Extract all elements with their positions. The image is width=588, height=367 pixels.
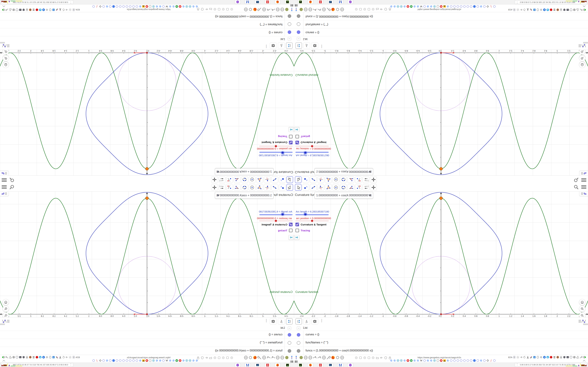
flower-favicon[interactable] xyxy=(450,359,453,362)
updown-blue-extension-icon[interactable] xyxy=(546,356,549,359)
google-favicon[interactable]: G xyxy=(159,359,162,362)
google-favicon[interactable]: G xyxy=(393,359,396,362)
arrow-right-extension-icon[interactable] xyxy=(520,8,523,11)
globe-icon[interactable] xyxy=(262,355,266,360)
reflect-tool-button[interactable] xyxy=(355,176,362,183)
globe-teal-favicon[interactable] xyxy=(397,5,399,8)
star-extension-icon[interactable] xyxy=(69,356,72,359)
line-tool-button[interactable] xyxy=(271,184,278,191)
dot-blue-favicon[interactable] xyxy=(473,359,476,362)
fx-button[interactable]: fx xyxy=(303,42,310,49)
globe-icon[interactable] xyxy=(280,7,284,12)
visibility-marble[interactable] xyxy=(288,22,291,26)
globe-icon[interactable] xyxy=(276,355,280,360)
settings-red-app-icon[interactable] xyxy=(318,0,323,4)
brush-extension-icon[interactable] xyxy=(55,356,58,359)
move-tool-button[interactable] xyxy=(295,176,302,183)
home-button[interactable] xyxy=(3,299,9,305)
ud-extension-icon[interactable]: UD xyxy=(19,8,22,11)
tracing-checkbox[interactable] xyxy=(289,229,293,232)
brush-extension-icon[interactable] xyxy=(530,356,533,359)
flower-favicon[interactable] xyxy=(483,359,486,362)
wrench-extension-icon[interactable] xyxy=(579,356,582,359)
settings-red-app-icon[interactable] xyxy=(318,363,323,367)
target-icon[interactable] xyxy=(363,8,366,11)
globe-icon[interactable] xyxy=(340,7,344,12)
slider-tool-button[interactable]: a = 2 xyxy=(219,184,225,191)
google-favicon[interactable]: G xyxy=(390,5,393,8)
play-pause-button[interactable] xyxy=(294,235,299,240)
shield2-extension-icon[interactable] xyxy=(16,8,18,11)
f-red-favicon[interactable]: f xyxy=(95,359,98,362)
google-favicon[interactable]: G xyxy=(182,5,185,8)
polygon-tool-button[interactable] xyxy=(325,184,332,191)
arrow-right-extension-icon[interactable] xyxy=(520,356,523,359)
wikipedia-favicon[interactable]: W xyxy=(165,359,168,362)
home-button[interactable] xyxy=(3,62,9,68)
address-url[interactable]: https://www.geogebra.org/classic/aagcxh3… xyxy=(127,8,171,11)
google-favicon[interactable]: G xyxy=(156,359,158,362)
firefox-icon[interactable] xyxy=(331,355,335,360)
gauge-icon[interactable] xyxy=(317,355,321,360)
algebra-view-button[interactable] xyxy=(286,42,293,49)
flower-favicon[interactable] xyxy=(129,359,132,362)
visibility-marble[interactable] xyxy=(297,14,300,18)
globe-teal-favicon[interactable] xyxy=(185,5,188,8)
algebra-expression[interactable]: funcNames = {" "} xyxy=(306,341,328,344)
search-icon[interactable] xyxy=(574,184,579,190)
google-favicon[interactable]: G xyxy=(156,5,158,8)
angle-tool-button[interactable]: α xyxy=(347,184,354,191)
flower-favicon[interactable] xyxy=(470,359,473,362)
curvature-tangent-checkbox[interactable] xyxy=(289,223,293,226)
gauge-icon[interactable] xyxy=(271,7,275,12)
google-favicon[interactable]: G xyxy=(192,359,195,362)
flower-favicon[interactable] xyxy=(463,5,466,8)
reader-extension-icon[interactable]: A xyxy=(513,356,516,359)
arrow-right-extension-icon[interactable] xyxy=(65,8,68,11)
graphics-view[interactable]: -2.4-2.2-2-1.8-1.6-1.4-1.2-1-0.8-0.6-0.4… xyxy=(0,191,294,317)
ud-extension-icon[interactable]: UD xyxy=(566,8,569,11)
google-favicon[interactable]: G xyxy=(403,359,406,362)
settings-button[interactable] xyxy=(311,318,318,325)
flower-gray-extension-icon[interactable] xyxy=(45,356,48,359)
terminal-app-icon[interactable] xyxy=(285,0,291,4)
gear-outline-icon[interactable] xyxy=(248,7,252,12)
kebab-menu-icon[interactable]: ⋮ xyxy=(264,318,268,323)
algebra-expression[interactable]: funcs = {1.000000000000 + cos(4.00000000… xyxy=(306,349,373,352)
yandex-favicon[interactable]: Я xyxy=(179,359,182,362)
dot-blue-favicon[interactable] xyxy=(112,5,115,8)
google-favicon[interactable]: G xyxy=(182,359,185,362)
perpendicular-line-tool-button[interactable] xyxy=(264,184,270,191)
algebra-expression[interactable]: funcNames = {" "} xyxy=(306,23,328,26)
search-icon[interactable] xyxy=(574,177,579,183)
globe-teal-favicon[interactable] xyxy=(400,5,403,8)
reader-extension-icon[interactable]: A xyxy=(513,8,516,11)
visibility-marble[interactable] xyxy=(297,341,300,345)
kebab-menu-icon[interactable]: ⋮ xyxy=(320,44,324,49)
shield-icon[interactable] xyxy=(384,8,387,11)
flower-favicon[interactable] xyxy=(109,359,112,362)
globe-gray-extension-icon[interactable] xyxy=(12,356,15,359)
address-url[interactable]: https://www.geogebra.org/classic/aagcxh3… xyxy=(127,356,171,359)
download-extension-icon[interactable] xyxy=(59,356,62,359)
barrel-extension-icon[interactable] xyxy=(26,356,28,359)
globe-teal-favicon[interactable] xyxy=(433,359,436,362)
wrench-icon[interactable] xyxy=(257,355,262,360)
google-favicon[interactable]: G xyxy=(430,359,432,362)
flower-favicon[interactable] xyxy=(460,359,463,362)
globe-icon[interactable] xyxy=(322,7,326,12)
photo-favicon[interactable] xyxy=(443,5,446,8)
flower-favicon[interactable] xyxy=(476,359,479,362)
globe-orange-extension-icon[interactable] xyxy=(29,356,32,359)
camera-olive-icon[interactable] xyxy=(299,7,303,12)
record-red-extension-icon[interactable] xyxy=(550,356,553,359)
settings-button[interactable] xyxy=(270,42,277,49)
function-input-value[interactable]: 1.000000000000 + cos(4.000000000000 x) xyxy=(315,170,372,173)
floppy64-app-icon[interactable]: 64 xyxy=(337,0,343,4)
star-extension-icon[interactable] xyxy=(69,8,72,11)
terminal-app-icon[interactable] xyxy=(285,363,291,367)
square-icon[interactable] xyxy=(367,356,370,359)
fx-button[interactable]: fx xyxy=(303,318,310,325)
globe-orange-extension-icon[interactable] xyxy=(29,8,32,11)
cat-purple-app-icon[interactable] xyxy=(347,363,353,367)
